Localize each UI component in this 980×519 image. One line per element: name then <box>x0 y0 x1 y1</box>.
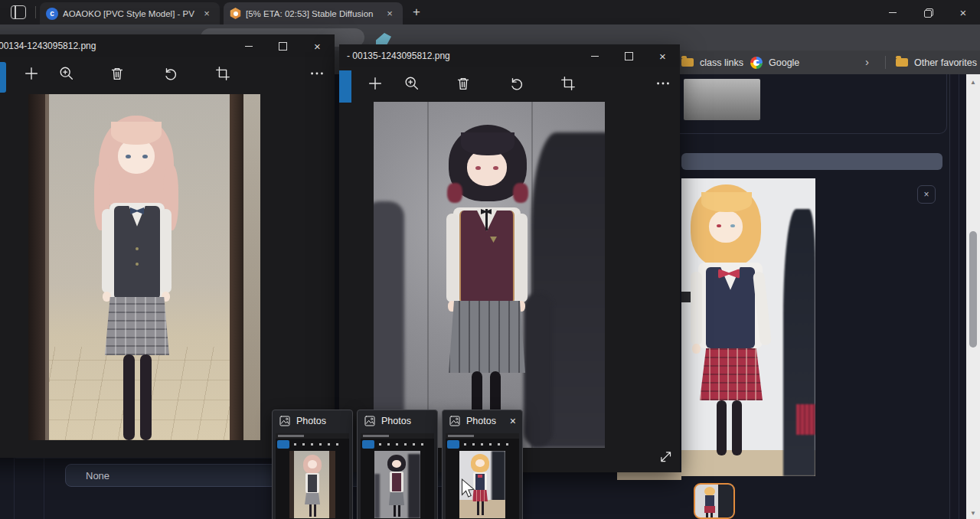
favorite-google[interactable]: Google <box>750 51 799 74</box>
more-button[interactable] <box>307 64 327 83</box>
art <box>308 475 317 492</box>
preview-header: Photos <box>358 410 437 432</box>
sd-favicon <box>230 8 241 19</box>
art <box>408 454 420 518</box>
resize-diagonal-button[interactable] <box>655 446 675 465</box>
hand <box>103 292 111 302</box>
hair-tip <box>447 183 462 203</box>
add-button[interactable] <box>365 73 385 93</box>
maximize-icon <box>279 42 287 51</box>
mini-toolbar <box>464 443 513 446</box>
skirt <box>105 297 169 355</box>
minimize-button[interactable] <box>231 34 266 57</box>
mini-blue-button <box>447 440 459 449</box>
vest-button <box>136 263 139 266</box>
scrollbar-thumb[interactable] <box>969 231 977 348</box>
art <box>477 501 479 515</box>
add-button[interactable] <box>21 64 41 83</box>
photos-app-icon <box>364 415 376 427</box>
art <box>305 493 320 504</box>
art <box>289 451 294 518</box>
mirror-frame-right <box>230 94 243 440</box>
eye <box>142 155 148 158</box>
mini-window <box>446 433 519 519</box>
window-close-button[interactable]: × <box>946 0 980 24</box>
preview-close-button[interactable]: × <box>510 415 516 427</box>
face <box>709 211 743 243</box>
preview-title: Photos <box>296 416 326 426</box>
crop-button[interactable] <box>213 64 233 83</box>
new-tab-button[interactable]: + <box>407 4 426 21</box>
see-all-photos-button[interactable] <box>0 62 6 93</box>
taskbar-preview-photos-3[interactable]: Photos × <box>442 410 523 519</box>
mini-photo <box>374 451 420 518</box>
extension-icon[interactable] <box>376 33 391 45</box>
photos-window-2: - 00135-1243095812.png × <box>339 44 680 472</box>
sleeve <box>102 209 113 293</box>
art <box>478 475 482 478</box>
favorite-class-links[interactable]: class links <box>681 51 743 74</box>
art <box>475 459 485 467</box>
scroll-down-arrow[interactable]: ▼ <box>966 507 980 519</box>
bangs <box>461 132 514 155</box>
rotate-button[interactable] <box>507 73 527 93</box>
tab-aoaoko[interactable]: c AOAOKO [PVC Style Model] - PV × <box>40 2 220 24</box>
rotate-button[interactable] <box>161 64 181 83</box>
preview-header: Photos × <box>443 410 522 432</box>
vest-button <box>136 247 139 250</box>
sd-image-floor-sliver <box>617 472 681 480</box>
window-minimize-button[interactable] <box>875 0 910 24</box>
favorite-label: class links <box>700 57 743 68</box>
preview-header: Photos <box>273 410 352 432</box>
panel-line <box>959 74 959 519</box>
frame-edge <box>45 94 49 440</box>
tab-close-icon[interactable]: × <box>383 7 397 21</box>
sd-viewer-close-button[interactable]: × <box>917 185 936 204</box>
sd-gray-box[interactable] <box>684 79 760 120</box>
close-button[interactable]: × <box>645 44 680 67</box>
titlebar[interactable]: - 00135-1243095812.png × <box>339 44 680 67</box>
other-favorites-folder[interactable]: Other favorites <box>896 51 977 74</box>
sd-generated-image[interactable] <box>681 178 815 476</box>
delete-button[interactable] <box>107 64 127 83</box>
window-title: - 00135-1243095812.png <box>347 51 450 61</box>
mini-titlebar <box>361 433 434 439</box>
door-line <box>427 102 429 448</box>
delete-button[interactable] <box>453 73 473 93</box>
taskbar-preview-photos-2[interactable]: Photos <box>357 410 438 519</box>
sd-selected-thumbnail[interactable] <box>694 483 735 519</box>
art <box>710 513 713 517</box>
mini-blue-button <box>277 440 289 449</box>
close-button[interactable]: × <box>300 34 335 57</box>
mini-toolbar <box>294 443 343 446</box>
mini-titlebar <box>446 433 519 439</box>
zoom-button[interactable] <box>57 64 77 83</box>
civitai-favicon: c <box>46 8 58 20</box>
more-button[interactable] <box>653 73 673 93</box>
maximize-button[interactable] <box>266 34 300 57</box>
maximize-button[interactable] <box>612 44 646 67</box>
favorites-overflow-chevron[interactable]: › <box>865 55 869 68</box>
art <box>718 485 733 517</box>
art <box>398 505 400 517</box>
minimize-button[interactable] <box>577 44 612 67</box>
tab-workspaces-icon[interactable] <box>11 5 26 19</box>
panel-line <box>44 457 44 519</box>
see-all-photos-button[interactable] <box>339 70 351 103</box>
taskbar-preview-photos-1[interactable]: Photos <box>272 410 353 519</box>
wall-right <box>243 94 260 440</box>
crop-button[interactable] <box>558 73 578 93</box>
folder-icon <box>681 58 694 67</box>
photo-image[interactable] <box>28 94 260 440</box>
sleeve <box>446 214 459 302</box>
photo-image[interactable] <box>374 102 605 448</box>
scroll-up-arrow[interactable]: ▲ <box>966 76 980 88</box>
zoom-button[interactable] <box>402 73 422 93</box>
art <box>329 451 335 518</box>
window-restore-button[interactable] <box>910 0 946 24</box>
sleeve <box>515 214 528 302</box>
tab-stable-diffusion[interactable]: [5% ETA: 02:53] Stable Diffusion × <box>224 2 403 24</box>
hair-tip <box>513 183 528 203</box>
tab-close-icon[interactable]: × <box>200 7 214 21</box>
titlebar[interactable]: 00134-1243095812.png × <box>0 34 335 57</box>
